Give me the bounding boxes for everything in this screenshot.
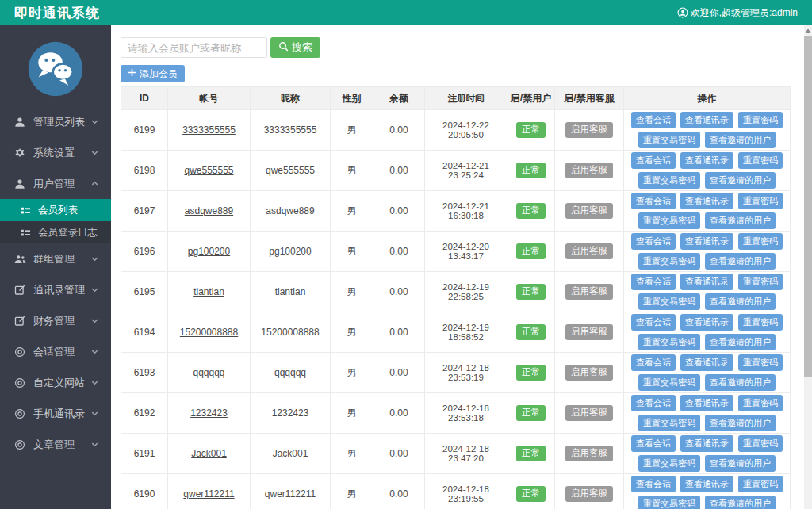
action-button[interactable]: 查看邀请的用户 [705, 172, 776, 189]
action-button[interactable]: 重置密码 [738, 233, 783, 250]
account-link[interactable]: qqqqqq [193, 367, 224, 378]
account-link[interactable]: pg100200 [188, 246, 230, 257]
action-button[interactable]: 查看邀请的用户 [705, 415, 776, 431]
action-button[interactable]: 重置交易密码 [638, 496, 700, 509]
action-button[interactable]: 重置密码 [738, 193, 783, 209]
action-button[interactable]: 重置密码 [738, 395, 783, 411]
action-button[interactable]: 重置交易密码 [638, 455, 700, 472]
action-button[interactable]: 查看通讯录 [680, 193, 733, 209]
action-button[interactable]: 查看会话 [631, 314, 676, 331]
add-member-button[interactable]: 添加会员 [121, 65, 185, 82]
service-status-badge[interactable]: 启用客服 [565, 324, 613, 340]
account-link[interactable]: qwer112211 [183, 488, 234, 499]
action-button[interactable]: 查看会话 [631, 274, 676, 290]
user-status-badge[interactable]: 正常 [516, 163, 546, 178]
sidebar-item[interactable]: 通讯录管理 [0, 274, 111, 305]
action-button[interactable]: 查看邀请的用户 [705, 132, 776, 148]
action-button[interactable]: 查看会话 [631, 152, 676, 169]
sidebar-item[interactable]: 手机通讯录 [0, 398, 111, 429]
account-link[interactable]: tiantian [193, 286, 224, 297]
action-button[interactable]: 重置交易密码 [638, 132, 700, 148]
action-button[interactable]: 查看邀请的用户 [705, 496, 776, 509]
action-button[interactable]: 查看通讯录 [680, 233, 733, 250]
action-button[interactable]: 查看通讯录 [680, 152, 733, 169]
action-button[interactable]: 查看邀请的用户 [705, 334, 776, 350]
action-button[interactable]: 查看邀请的用户 [705, 293, 776, 310]
scrollbar-thumb[interactable] [804, 36, 812, 377]
user-status-badge[interactable]: 正常 [516, 203, 546, 219]
sidebar-item[interactable]: 系统设置 [0, 137, 111, 168]
sidebar-item[interactable]: 用户管理 [0, 168, 111, 199]
cell-registered: 2024-12-18 23:47:20 [425, 434, 508, 473]
user-status-badge[interactable]: 正常 [516, 446, 546, 461]
service-status-badge[interactable]: 启用客服 [565, 365, 613, 381]
action-button[interactable]: 查看通讯录 [680, 395, 733, 411]
service-status-badge[interactable]: 启用客服 [565, 122, 613, 138]
action-button[interactable]: 重置交易密码 [638, 334, 700, 350]
action-button[interactable]: 重置密码 [738, 274, 783, 290]
action-button[interactable]: 重置密码 [738, 476, 783, 492]
action-button[interactable]: 重置交易密码 [638, 374, 700, 391]
sidebar-item[interactable]: 财务管理 [0, 305, 111, 336]
sidebar-item[interactable]: 群组管理 [0, 243, 111, 274]
action-button[interactable]: 查看通讯录 [680, 476, 733, 492]
action-button[interactable]: 查看通讯录 [680, 274, 733, 290]
action-button[interactable]: 重置密码 [738, 112, 783, 128]
service-status-badge[interactable]: 启用客服 [565, 405, 613, 421]
action-button[interactable]: 重置交易密码 [638, 253, 700, 270]
action-button[interactable]: 查看通讯录 [680, 314, 733, 331]
account-link[interactable]: 15200008888 [180, 327, 238, 338]
sidebar-subitem[interactable]: 会员登录日志 [0, 221, 111, 243]
account-link[interactable]: asdqwe889 [185, 205, 233, 216]
action-button[interactable]: 查看邀请的用户 [705, 374, 776, 391]
sidebar-item[interactable]: 管理员列表 [0, 106, 111, 137]
action-button[interactable]: 查看通讯录 [680, 435, 733, 452]
action-button[interactable]: 查看邀请的用户 [705, 212, 776, 229]
action-button[interactable]: 查看通讯录 [680, 354, 733, 371]
account-link[interactable]: qwe555555 [184, 165, 233, 176]
action-button[interactable]: 查看会话 [631, 435, 676, 452]
action-button[interactable]: 查看会话 [631, 395, 676, 411]
service-status-badge[interactable]: 启用客服 [565, 284, 613, 300]
sidebar-item[interactable]: 文章管理 [0, 429, 111, 460]
action-button[interactable]: 查看会话 [631, 354, 676, 371]
user-status-badge[interactable]: 正常 [516, 324, 546, 340]
service-status-badge[interactable]: 启用客服 [565, 446, 613, 461]
action-button[interactable]: 查看会话 [631, 112, 676, 128]
service-status-badge[interactable]: 启用客服 [565, 203, 613, 219]
user-status-badge[interactable]: 正常 [516, 243, 546, 259]
action-button[interactable]: 重置密码 [738, 152, 783, 169]
user-status-badge[interactable]: 正常 [516, 122, 546, 138]
scrollbar-up-arrow[interactable] [804, 25, 812, 36]
user-status-badge[interactable]: 正常 [516, 405, 546, 421]
action-button[interactable]: 重置交易密码 [638, 172, 700, 189]
action-button[interactable]: 重置密码 [738, 435, 783, 452]
sidebar-item[interactable]: 会话管理 [0, 336, 111, 367]
action-button[interactable]: 重置密码 [738, 354, 783, 371]
account-link[interactable]: Jack001 [191, 448, 227, 459]
header-cell: 性别 [331, 87, 373, 109]
service-status-badge[interactable]: 启用客服 [565, 486, 613, 502]
vertical-scrollbar[interactable] [804, 25, 812, 509]
action-button[interactable]: 查看邀请的用户 [705, 253, 776, 270]
action-button[interactable]: 重置交易密码 [638, 293, 700, 310]
action-button[interactable]: 重置密码 [738, 314, 783, 331]
sidebar-subitem[interactable]: 会员列表 [0, 199, 111, 221]
action-button[interactable]: 重置交易密码 [638, 212, 700, 229]
action-button[interactable]: 查看会话 [631, 233, 676, 250]
search-input[interactable] [121, 37, 267, 58]
user-status-badge[interactable]: 正常 [516, 486, 546, 502]
action-button[interactable]: 重置交易密码 [638, 415, 700, 431]
action-button[interactable]: 查看会话 [631, 193, 676, 209]
search-button[interactable]: 搜索 [270, 37, 320, 58]
user-status-badge[interactable]: 正常 [516, 365, 546, 381]
sidebar-item[interactable]: 自定义网站 [0, 367, 111, 398]
account-link[interactable]: 3333355555 [182, 124, 236, 136]
service-status-badge[interactable]: 启用客服 [565, 243, 613, 259]
action-button[interactable]: 查看会话 [631, 476, 676, 492]
action-button[interactable]: 查看通讯录 [680, 112, 733, 128]
service-status-badge[interactable]: 启用客服 [565, 163, 613, 178]
user-status-badge[interactable]: 正常 [516, 284, 546, 300]
account-link[interactable]: 1232423 [190, 408, 228, 419]
action-button[interactable]: 查看邀请的用户 [705, 455, 776, 472]
